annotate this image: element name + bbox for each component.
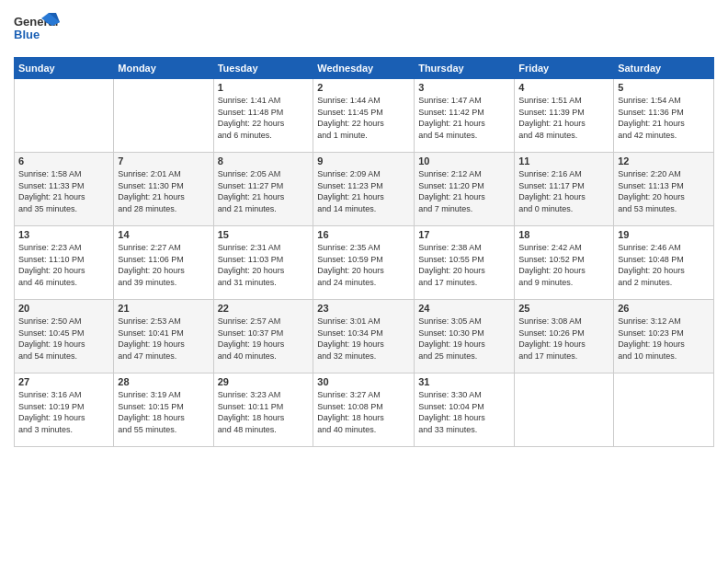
day-number: 13 [18, 229, 109, 240]
weekday-header-thursday: Thursday [415, 58, 515, 79]
day-number: 26 [618, 303, 710, 314]
calendar-cell: 19Sunrise: 2:46 AM Sunset: 10:48 PM Dayl… [614, 226, 714, 300]
weekday-header-row: SundayMondayTuesdayWednesdayThursdayFrid… [15, 58, 714, 79]
calendar-cell [614, 373, 714, 447]
day-number: 14 [118, 229, 209, 240]
day-info: Sunrise: 2:57 AM Sunset: 10:37 PM Daylig… [218, 316, 310, 362]
day-info: Sunrise: 2:50 AM Sunset: 10:45 PM Daylig… [18, 316, 109, 362]
day-info: Sunrise: 2:31 AM Sunset: 11:03 PM Daylig… [218, 242, 310, 288]
calendar-cell: 6Sunrise: 1:58 AM Sunset: 11:33 PM Dayli… [15, 153, 114, 226]
weekday-header-friday: Friday [515, 58, 614, 79]
day-info: Sunrise: 1:58 AM Sunset: 11:33 PM Daylig… [18, 168, 109, 214]
day-info: Sunrise: 2:42 AM Sunset: 10:52 PM Daylig… [518, 242, 609, 288]
calendar-cell: 30Sunrise: 3:27 AM Sunset: 10:08 PM Dayl… [313, 373, 415, 447]
day-info: Sunrise: 2:01 AM Sunset: 11:30 PM Daylig… [118, 168, 209, 214]
day-number: 4 [518, 82, 609, 93]
day-info: Sunrise: 2:38 AM Sunset: 10:55 PM Daylig… [418, 242, 510, 288]
day-number: 25 [518, 303, 609, 314]
day-number: 29 [218, 376, 310, 387]
day-number: 10 [418, 155, 510, 167]
calendar-cell: 17Sunrise: 2:38 AM Sunset: 10:55 PM Dayl… [415, 226, 515, 300]
calendar-cell: 25Sunrise: 3:08 AM Sunset: 10:26 PM Dayl… [515, 300, 614, 373]
calendar-cell: 27Sunrise: 3:16 AM Sunset: 10:19 PM Dayl… [15, 373, 114, 447]
day-info: Sunrise: 3:12 AM Sunset: 10:23 PM Daylig… [618, 316, 710, 362]
weekday-header-wednesday: Wednesday [313, 58, 415, 79]
calendar-cell: 9Sunrise: 2:09 AM Sunset: 11:23 PM Dayli… [313, 153, 415, 226]
day-number: 18 [518, 229, 609, 240]
day-info: Sunrise: 1:41 AM Sunset: 11:48 PM Daylig… [218, 95, 310, 141]
day-number: 28 [118, 376, 209, 387]
day-info: Sunrise: 2:53 AM Sunset: 10:41 PM Daylig… [118, 316, 209, 362]
day-number: 16 [317, 229, 410, 240]
day-info: Sunrise: 3:27 AM Sunset: 10:08 PM Daylig… [317, 389, 410, 435]
week-row-1: 1Sunrise: 1:41 AM Sunset: 11:48 PM Dayli… [15, 79, 714, 153]
calendar-cell: 1Sunrise: 1:41 AM Sunset: 11:48 PM Dayli… [213, 79, 313, 153]
logo-graphic: General Blue [14, 9, 60, 50]
day-info: Sunrise: 2:46 AM Sunset: 10:48 PM Daylig… [618, 242, 710, 288]
calendar-cell: 22Sunrise: 2:57 AM Sunset: 10:37 PM Dayl… [213, 300, 313, 373]
day-number: 21 [118, 303, 209, 314]
day-info: Sunrise: 3:23 AM Sunset: 10:11 PM Daylig… [218, 389, 310, 435]
calendar-cell: 29Sunrise: 3:23 AM Sunset: 10:11 PM Dayl… [213, 373, 313, 447]
day-info: Sunrise: 3:01 AM Sunset: 10:34 PM Daylig… [317, 316, 410, 362]
day-info: Sunrise: 3:08 AM Sunset: 10:26 PM Daylig… [518, 316, 609, 362]
day-info: Sunrise: 2:09 AM Sunset: 11:23 PM Daylig… [317, 168, 410, 214]
week-row-5: 27Sunrise: 3:16 AM Sunset: 10:19 PM Dayl… [15, 373, 714, 447]
calendar-cell: 5Sunrise: 1:54 AM Sunset: 11:36 PM Dayli… [614, 79, 714, 153]
calendar-cell: 18Sunrise: 2:42 AM Sunset: 10:52 PM Dayl… [515, 226, 614, 300]
weekday-header-tuesday: Tuesday [213, 58, 313, 79]
day-info: Sunrise: 3:19 AM Sunset: 10:15 PM Daylig… [118, 389, 209, 435]
day-number: 5 [618, 82, 710, 93]
day-number: 27 [18, 376, 109, 387]
day-number: 15 [218, 229, 310, 240]
day-number: 20 [18, 303, 109, 314]
page-header: General Blue [14, 9, 714, 50]
day-info: Sunrise: 2:05 AM Sunset: 11:27 PM Daylig… [218, 168, 310, 214]
calendar-cell: 24Sunrise: 3:05 AM Sunset: 10:30 PM Dayl… [415, 300, 515, 373]
day-info: Sunrise: 2:12 AM Sunset: 11:20 PM Daylig… [418, 168, 510, 214]
calendar-cell: 21Sunrise: 2:53 AM Sunset: 10:41 PM Dayl… [114, 300, 213, 373]
calendar-cell: 23Sunrise: 3:01 AM Sunset: 10:34 PM Dayl… [313, 300, 415, 373]
calendar-cell [114, 79, 213, 153]
calendar-cell: 16Sunrise: 2:35 AM Sunset: 10:59 PM Dayl… [313, 226, 415, 300]
calendar-cell [15, 79, 114, 153]
day-info: Sunrise: 3:30 AM Sunset: 10:04 PM Daylig… [418, 389, 510, 435]
day-info: Sunrise: 2:20 AM Sunset: 11:13 PM Daylig… [618, 168, 710, 214]
day-info: Sunrise: 3:05 AM Sunset: 10:30 PM Daylig… [418, 316, 510, 362]
calendar-cell: 7Sunrise: 2:01 AM Sunset: 11:30 PM Dayli… [114, 153, 213, 226]
day-number: 7 [118, 155, 209, 167]
calendar-cell: 13Sunrise: 2:23 AM Sunset: 11:10 PM Dayl… [15, 226, 114, 300]
calendar-cell: 3Sunrise: 1:47 AM Sunset: 11:42 PM Dayli… [415, 79, 515, 153]
week-row-3: 13Sunrise: 2:23 AM Sunset: 11:10 PM Dayl… [15, 226, 714, 300]
week-row-4: 20Sunrise: 2:50 AM Sunset: 10:45 PM Dayl… [15, 300, 714, 373]
day-info: Sunrise: 2:16 AM Sunset: 11:17 PM Daylig… [518, 168, 609, 214]
weekday-header-saturday: Saturday [614, 58, 714, 79]
day-number: 22 [218, 303, 310, 314]
day-number: 30 [317, 376, 410, 387]
day-number: 2 [317, 82, 410, 93]
day-info: Sunrise: 2:27 AM Sunset: 11:06 PM Daylig… [118, 242, 209, 288]
day-info: Sunrise: 1:54 AM Sunset: 11:36 PM Daylig… [618, 95, 710, 141]
svg-text:Blue: Blue [14, 28, 40, 41]
logo: General Blue [14, 9, 60, 50]
calendar-page: General Blue SundayMondayTuesdayWednesda… [0, 0, 728, 563]
calendar-cell: 15Sunrise: 2:31 AM Sunset: 11:03 PM Dayl… [213, 226, 313, 300]
day-number: 17 [418, 229, 510, 240]
weekday-header-sunday: Sunday [15, 58, 114, 79]
day-number: 12 [618, 155, 710, 167]
day-number: 31 [418, 376, 510, 387]
calendar-cell: 10Sunrise: 2:12 AM Sunset: 11:20 PM Dayl… [415, 153, 515, 226]
day-number: 23 [317, 303, 410, 314]
calendar-cell: 2Sunrise: 1:44 AM Sunset: 11:45 PM Dayli… [313, 79, 415, 153]
calendar-table: SundayMondayTuesdayWednesdayThursdayFrid… [14, 57, 714, 447]
day-number: 24 [418, 303, 510, 314]
day-info: Sunrise: 3:16 AM Sunset: 10:19 PM Daylig… [18, 389, 109, 435]
day-number: 19 [618, 229, 710, 240]
calendar-cell: 12Sunrise: 2:20 AM Sunset: 11:13 PM Dayl… [614, 153, 714, 226]
calendar-cell: 31Sunrise: 3:30 AM Sunset: 10:04 PM Dayl… [415, 373, 515, 447]
day-number: 3 [418, 82, 510, 93]
calendar-cell: 26Sunrise: 3:12 AM Sunset: 10:23 PM Dayl… [614, 300, 714, 373]
day-info: Sunrise: 2:23 AM Sunset: 11:10 PM Daylig… [18, 242, 109, 288]
day-number: 6 [18, 155, 109, 167]
day-info: Sunrise: 1:47 AM Sunset: 11:42 PM Daylig… [418, 95, 510, 141]
